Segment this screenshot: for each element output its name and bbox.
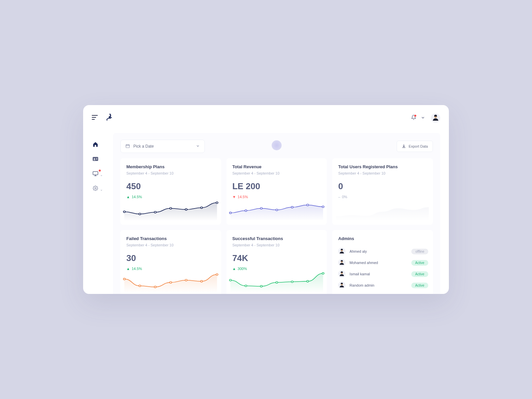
svg-point-26 <box>229 212 231 214</box>
admin-avatar <box>338 259 345 266</box>
svg-point-27 <box>245 210 247 211</box>
card-admins: Admins Ahmed aly offline Mohamed ahmed A… <box>332 230 433 294</box>
topbar <box>83 105 449 131</box>
svg-point-31 <box>307 204 309 206</box>
sidebar-item-home[interactable] <box>92 141 99 148</box>
chevron-down-icon <box>100 187 103 193</box>
card-value: LE 200 <box>232 181 321 192</box>
user-avatar[interactable] <box>431 113 440 123</box>
notifications-icon[interactable] <box>411 115 416 121</box>
sparkline-chart <box>336 198 429 221</box>
admin-avatar <box>338 248 345 255</box>
card-title: Successful Transactions <box>232 236 321 241</box>
card-value: 450 <box>126 181 215 192</box>
card-subtitle: September 4 - September 10 <box>232 243 321 247</box>
svg-rect-8 <box>96 158 98 159</box>
svg-point-19 <box>123 211 125 212</box>
svg-point-28 <box>260 207 262 209</box>
badge-icon <box>99 170 101 172</box>
admins-list[interactable]: Ahmed aly offline Mohamed ahmed Active I… <box>338 246 428 293</box>
admin-row[interactable]: Ismail kamal Active <box>338 268 428 280</box>
svg-point-22 <box>170 207 172 209</box>
svg-point-35 <box>154 286 156 288</box>
admin-name: Ahmed aly <box>349 249 411 253</box>
status-badge: Active <box>411 260 428 266</box>
svg-point-34 <box>139 285 141 287</box>
svg-point-13 <box>95 188 96 189</box>
card-title: Membership Plans <box>126 164 215 169</box>
svg-point-30 <box>291 206 293 208</box>
sparkline-chart <box>230 198 323 221</box>
stats-grid: Membership Plans September 4 - September… <box>120 158 433 294</box>
svg-point-39 <box>216 274 218 275</box>
status-badge: Active <box>411 283 428 288</box>
svg-point-46 <box>322 273 324 274</box>
card-total-users-registered: Total Users Registered Plans September 4… <box>332 158 433 225</box>
card-subtitle: September 4 - September 10 <box>126 243 215 247</box>
chevron-down-icon <box>196 144 200 149</box>
card-title: Total Revenue <box>232 164 321 169</box>
notification-badge <box>414 115 416 117</box>
svg-point-21 <box>154 211 156 213</box>
admin-name: Ismail kamal <box>349 272 411 276</box>
admin-avatar <box>338 270 345 278</box>
status-badge: Active <box>411 271 428 277</box>
admin-row[interactable]: Mohamed ahmed Active <box>338 257 428 268</box>
admin-name: Mohamed ahmed <box>349 261 411 265</box>
svg-point-41 <box>245 285 247 287</box>
chevron-down-icon[interactable] <box>421 115 425 121</box>
svg-point-43 <box>276 282 278 283</box>
svg-point-33 <box>123 278 125 280</box>
content-area: Pick a Date Export Data Membership Plans <box>113 133 440 294</box>
status-badge: offline <box>411 249 428 254</box>
svg-point-24 <box>200 207 202 208</box>
svg-rect-6 <box>93 157 98 161</box>
calendar-icon <box>125 144 130 149</box>
svg-point-20 <box>139 213 141 215</box>
svg-point-37 <box>185 279 187 281</box>
card-failed-transactions: Failed Transactions September 4 - Septem… <box>120 230 221 294</box>
svg-point-23 <box>185 208 187 210</box>
card-subtitle: September 4 - September 10 <box>338 171 427 175</box>
svg-rect-14 <box>126 144 130 147</box>
card-value: 0 <box>338 181 427 192</box>
svg-rect-10 <box>93 172 98 175</box>
admin-name: Random admin <box>349 283 411 287</box>
loading-indicator <box>272 140 282 150</box>
admin-row[interactable]: Random admin Active <box>338 280 428 291</box>
svg-point-45 <box>307 280 309 282</box>
chevron-down-icon <box>100 172 103 178</box>
svg-point-40 <box>229 279 231 281</box>
sparkline-chart <box>124 198 217 221</box>
app-logo <box>105 113 115 123</box>
svg-point-25 <box>216 202 218 203</box>
svg-point-29 <box>276 209 278 211</box>
date-picker[interactable]: Pick a Date <box>120 140 205 153</box>
card-membership-plans: Membership Plans September 4 - September… <box>120 158 221 225</box>
svg-point-38 <box>200 280 202 282</box>
svg-point-7 <box>94 158 95 159</box>
card-subtitle: September 4 - September 10 <box>232 171 321 175</box>
card-title: Failed Transactions <box>126 236 215 241</box>
svg-point-36 <box>170 282 172 283</box>
card-total-revenue: Total Revenue September 4 - September 10… <box>226 158 327 225</box>
card-value: 74K <box>232 253 321 263</box>
menu-icon[interactable] <box>92 115 98 121</box>
card-subtitle: September 4 - September 10 <box>126 171 215 175</box>
download-icon <box>402 144 406 149</box>
svg-point-42 <box>260 285 262 287</box>
sparkline-chart <box>230 270 323 293</box>
sidebar <box>83 141 108 192</box>
sidebar-item-settings[interactable] <box>92 185 99 192</box>
date-picker-label: Pick a Date <box>133 144 154 149</box>
card-title: Total Users Registered Plans <box>338 164 427 169</box>
sidebar-item-monitor[interactable] <box>92 170 99 177</box>
svg-point-32 <box>322 206 324 207</box>
export-button[interactable]: Export Data <box>397 141 433 152</box>
admin-row[interactable]: Ahmed aly offline <box>338 246 428 257</box>
admin-avatar <box>338 282 345 289</box>
svg-point-44 <box>291 281 293 283</box>
sidebar-item-id-card[interactable] <box>92 156 99 162</box>
export-label: Export Data <box>409 144 428 148</box>
card-successful-transactions: Successful Transactions September 4 - Se… <box>226 230 327 294</box>
